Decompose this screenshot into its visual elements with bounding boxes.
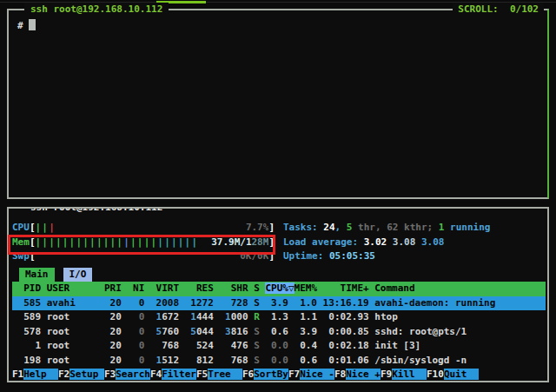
meter-bars: ||| [36,221,56,236]
text-segment: S [254,355,260,366]
text-segment: 816 [231,326,255,337]
fkey-label: Nice + [346,369,381,380]
fkey-label: Tree [208,369,242,380]
htop-content: CPU[|||7.7%]Mem[||||||||||||||||||||||||… [9,209,547,382]
process-row[interactable]: 585 avahi 20 0 2008 1272 728 S 3.9 1.0 1… [12,296,546,311]
process-row[interactable]: 1 root 20 0 768 524 476 S 0.0 0.4 0:02.1… [12,339,546,354]
text-segment: 28M [252,236,269,248]
tab-io[interactable]: I/O [63,268,93,282]
process-row[interactable]: 578 root 20 0 5760 5044 3816 S 0.6 3.9 0… [12,325,546,340]
fkey-label: Kill [392,369,427,380]
text-segment: , [335,222,347,233]
text-segment: 1 [190,311,196,322]
text-segment: 0.0 [271,340,288,351]
text-segment: 1 [225,311,231,322]
swap-meter: Swp[0K/0K] [12,249,275,264]
fkey-number: F10 [427,369,444,380]
function-key-bar: F1Help F2Setup F3SearchF4FilterF5Tree F6… [12,368,546,382]
text-segment: |||| [130,236,157,248]
text-segment: 3.08 [387,236,415,248]
fkey-filter[interactable]: F4Filter [150,368,196,382]
text-segment: S [254,326,260,337]
text-segment: Tasks: [283,222,323,233]
fkey-tree[interactable]: F5Tree [196,368,242,382]
pane-htop-title: ssh root@192.168.10.112 [24,207,169,215]
meter-value: 0K/0K [240,249,268,264]
shell-prompt: # [17,20,23,31]
fkey-sortby[interactable]: F6SortBy [242,368,288,382]
fkey-number: F7 [288,369,300,380]
text-segment: 1.3 1.1 0:02.93 htop [260,311,398,322]
text-segment: 0 [127,326,144,337]
text-segment: 5 [190,326,196,337]
stats-column: Tasks: 24, 5 thr, 62 kthr; 1 runningLoad… [275,221,546,264]
fkey-label: Search [116,369,150,380]
text-segment: 672 [162,311,190,322]
pane-shell-title: ssh root@192.168.10.112 [24,3,169,17]
text-segment: 1 root 20 [12,340,127,351]
text-segment: 585 avahi 20 0 2008 1272 728 S 3.9 1.0 1… [12,297,495,309]
text-segment: S [254,340,260,351]
htop-tabs: MainI/O [12,268,546,282]
meter-value: 7.7% [246,221,269,236]
fkey-number: F5 [196,369,208,380]
text-segment [144,355,156,366]
text-segment: 3.08 [415,236,444,248]
fkey-number: F8 [334,369,346,380]
fkey-number: F4 [150,369,162,380]
pane-shell[interactable]: ssh root@192.168.10.112 SCROLL: 0/102 # [7,9,549,199]
meter-bars: |||||||||||||||||||||||| [36,236,199,250]
text-segment: PID USER PRI NI VIRT RES SHR S [12,282,265,294]
meter-close-bracket: ] [268,236,275,250]
text-segment [144,326,156,337]
text-segment [144,311,156,322]
text-segment: || [36,222,50,233]
fkey-label: Filter [162,369,196,380]
text-segment: ||||||||||||| [36,236,124,248]
text-segment: 37.9M/1 [211,236,251,248]
pane-htop[interactable]: ssh root@192.168.10.112 CPU[|||7.7%]Mem[… [7,207,549,382]
process-table-header[interactable]: PID USER PRI NI VIRT RES SHR S CPU%▽MEM%… [12,282,546,296]
text-segment: 0K/0K [240,250,268,262]
text-segment: Load average: [283,236,364,248]
fkey-number: F9 [381,369,392,380]
fkey-search[interactable]: F3Search [104,368,150,382]
fkey-label: Setup [70,369,104,380]
fkey-kill[interactable]: F9Kill [381,368,427,382]
text-segment: 3 [225,326,231,337]
text-segment: running [444,222,490,233]
text-segment: 000 [231,311,255,322]
fkey-nice-plus[interactable]: F8Nice + [334,368,381,382]
meter-value: 37.9M/128M [211,236,268,250]
text-segment: 512 812 768 [162,355,254,366]
text-segment: R [254,311,260,322]
fkey-number: F3 [104,369,116,380]
process-row[interactable]: 198 root 20 0 1512 812 768 S 0.0 0.6 0:0… [12,354,546,369]
fkey-help[interactable]: F1Help [12,368,58,382]
cpu-meter: CPU[|||7.7%] [12,221,275,236]
text-segment: 0 [127,340,144,351]
text-segment: 0.6 3.9 0:00.85 sshd: root@pts/1 [260,326,467,337]
scroll-indicator: SCROLL: 0/102 [453,3,544,17]
fkey-label: Nice - [300,369,334,380]
text-segment [260,355,271,366]
text-segment: MEM% TIME+ Command [295,282,415,294]
text-segment: 0.4 0:02.18 init [3] [288,340,420,351]
fkey-setup[interactable]: F2Setup [58,368,104,382]
fkey-label: Quit [444,369,479,380]
fkey-quit[interactable]: F10Quit [427,368,479,382]
tab-main[interactable]: Main [19,268,55,282]
fkey-nice-minus[interactable]: F7Nice - [288,368,334,382]
text-segment: Swp [12,249,30,264]
text-segment: CPU%▽ [265,282,294,294]
load-average-line: Load average: 3.02 3.08 3.08 [283,236,546,250]
text-segment: 578 root 20 [12,326,127,337]
meter-bar-area: 0K/0K [36,249,269,264]
meter-bar-area: ||||||||||||||||||||||||37.9M/128M [36,236,269,250]
cursor-block [29,19,36,30]
mem-meter: Mem[||||||||||||||||||||||||37.9M/128M] [12,236,275,250]
process-row[interactable]: 589 root 20 0 1672 1444 1000 R 1.3 1.1 0… [12,310,546,325]
text-segment: 05:05:35 [329,250,375,262]
text-segment: Uptime: [283,250,329,262]
meters-column: CPU[|||7.7%]Mem[||||||||||||||||||||||||… [12,221,275,264]
